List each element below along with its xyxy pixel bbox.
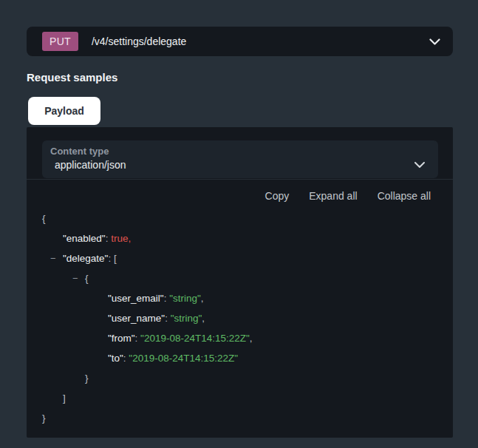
method-badge: PUT [42,32,78,51]
code-token-punct: { [42,213,46,224]
chevron-down-icon[interactable] [429,38,440,45]
tab-payload-label: Payload [44,105,84,117]
request-sample-panel: Content type application/json Copy Expan… [27,127,453,438]
code-token-string: "string" [169,293,201,304]
endpoint-path: /v4/settings/delegate [92,35,186,47]
code-token-string: "string" [171,313,202,324]
code-token-punct: : [ [108,253,116,264]
code-line: "user_name": "string", [27,308,453,328]
code-token-punct: } [85,373,89,384]
content-type-value: application/json [55,159,126,171]
code-token-key: "user_email" [108,293,164,304]
content-type-label: Content type [50,146,425,157]
code-token-punct: : [135,333,141,344]
code-token-punct: : [164,293,170,304]
code-token-punct: , [202,313,205,324]
code-line: "enabled": true, [27,228,453,248]
code-line: −{ [27,268,453,288]
copy-button[interactable]: Copy [265,190,290,202]
code-line: "user_email": "string", [27,288,453,308]
code-token-key: "from" [108,333,135,344]
code-token-string: "2019-08-24T14:15:22Z" [140,333,250,344]
code-token-boolean: true, [111,233,131,244]
collapse-all-button[interactable]: Collapse all [378,190,431,202]
chevron-down-icon [414,162,425,168]
divider [27,179,453,180]
code-token-punct: { [85,273,89,284]
code-token-key: "to" [108,353,123,364]
code-line: ] [27,388,453,408]
code-line: { [27,208,453,228]
json-code: {"enabled": true,−"delegate": [−{"user_e… [27,208,453,428]
code-line: } [27,408,453,428]
code-token-punct: , [250,333,253,344]
collapse-toggle-icon[interactable]: − [50,248,56,268]
code-actions: Copy Expand all Collapse all [265,190,431,202]
code-token-key: "user_name" [108,313,165,324]
code-token-string: "2019-08-24T14:15:22Z" [129,353,238,364]
code-line: "to": "2019-08-24T14:15:22Z" [27,348,453,368]
tab-payload[interactable]: Payload [28,97,100,125]
code-token-punct: } [42,413,46,424]
code-token-punct: : [165,313,171,324]
request-samples-heading: Request samples [27,71,117,84]
code-token-key: "enabled" [63,233,106,244]
code-line: } [27,368,453,388]
code-token-punct: ] [63,393,66,404]
code-token-punct: , [201,293,204,304]
code-line: "from": "2019-08-24T14:15:22Z", [27,328,453,348]
content-type-select[interactable]: Content type application/json [42,140,438,178]
code-token-key: "delegate" [63,253,108,264]
endpoint-selector[interactable]: PUT /v4/settings/delegate [27,27,453,56]
code-line: −"delegate": [ [27,248,453,268]
expand-all-button[interactable]: Expand all [309,190,357,202]
collapse-toggle-icon[interactable]: − [72,268,78,288]
